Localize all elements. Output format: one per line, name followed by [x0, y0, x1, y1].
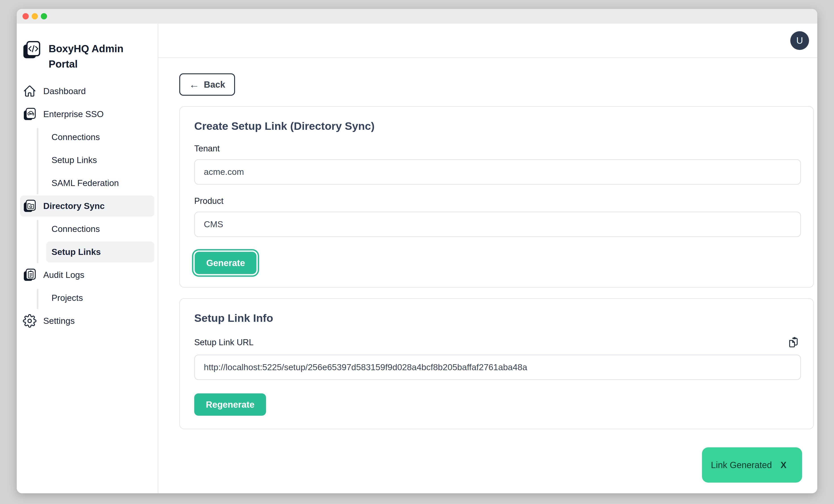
sidebar: BoxyHQ Admin Portal Dashboard — [17, 24, 158, 493]
product-input[interactable] — [194, 212, 801, 237]
sidebar-item-audit-logs[interactable]: Audit Logs — [20, 264, 154, 285]
sidebar-item-sso-setup-links[interactable]: Setup Links — [46, 150, 154, 171]
home-icon — [23, 84, 37, 98]
sidebar-item-label: Settings — [43, 316, 75, 326]
sidebar-item-label: Audit Logs — [43, 270, 84, 280]
sidebar-nav: Dashboard — [20, 81, 154, 333]
setup-link-url-input[interactable] — [194, 355, 801, 380]
directory-sync-subgroup: Connections Setup Links — [37, 219, 154, 264]
sidebar-item-settings[interactable]: Settings — [20, 310, 154, 331]
brand-name: BoxyHQ Admin Portal — [49, 41, 129, 72]
sidebar-item-label: Directory Sync — [43, 201, 105, 211]
top-header: U — [158, 24, 817, 58]
audit-logs-keycap-icon — [23, 268, 37, 282]
sidebar-item-saml-federation[interactable]: SAML Federation — [46, 173, 154, 194]
sidebar-item-dsync-setup-links[interactable]: Setup Links — [46, 242, 154, 262]
setup-link-info-card: Setup Link Info Setup Link URL — [179, 298, 814, 429]
regenerate-button[interactable]: Regenerate — [194, 393, 266, 416]
tenant-input[interactable] — [194, 159, 801, 185]
avatar[interactable]: U — [790, 31, 809, 50]
generate-button[interactable]: Generate — [195, 252, 257, 274]
window-close-icon[interactable] — [23, 13, 29, 19]
window-titlebar — [17, 9, 817, 24]
gear-icon — [23, 314, 37, 328]
back-arrow-icon: ← — [189, 80, 199, 90]
sidebar-item-projects[interactable]: Projects — [46, 287, 154, 308]
app-window: BoxyHQ Admin Portal Dashboard — [17, 9, 817, 493]
enterprise-sso-keycap-icon — [23, 107, 37, 121]
sidebar-item-dashboard[interactable]: Dashboard — [20, 81, 154, 102]
create-setup-link-card: Create Setup Link (Directory Sync) Tenan… — [179, 106, 814, 288]
enterprise-sso-subgroup: Connections Setup Links SAML Federation — [37, 127, 154, 196]
sidebar-item-directory-sync[interactable]: Directory Sync — [20, 196, 154, 217]
boxyhq-logo-icon — [22, 41, 41, 59]
sidebar-item-sso-connections[interactable]: Connections — [46, 127, 154, 148]
directory-sync-keycap-icon — [23, 199, 37, 213]
back-button[interactable]: ← Back — [179, 73, 235, 96]
window-minimize-icon[interactable] — [32, 13, 38, 19]
sidebar-item-label: Enterprise SSO — [43, 109, 104, 119]
toast-link-generated: Link Generated X — [702, 447, 802, 483]
sidebar-item-label: Dashboard — [43, 86, 86, 96]
product-label: Product — [194, 196, 800, 206]
tenant-label: Tenant — [194, 144, 800, 153]
toast-close-button[interactable]: X — [781, 460, 787, 470]
window-maximize-icon[interactable] — [41, 13, 47, 19]
toast-message: Link Generated — [711, 460, 772, 470]
page-content: ← Back Create Setup Link (Directory Sync… — [158, 58, 817, 429]
sidebar-item-dsync-connections[interactable]: Connections — [46, 219, 154, 240]
clipboard-copy-icon[interactable] — [787, 336, 800, 349]
setup-link-url-label: Setup Link URL — [194, 337, 254, 347]
sidebar-item-enterprise-sso[interactable]: Enterprise SSO — [20, 104, 154, 125]
main-area: U ← Back Create Setup Link (Directory Sy… — [158, 24, 817, 493]
card-title: Create Setup Link (Directory Sync) — [194, 120, 800, 132]
card-title: Setup Link Info — [194, 312, 800, 324]
brand: BoxyHQ Admin Portal — [20, 41, 154, 72]
audit-logs-subgroup: Projects — [37, 287, 154, 310]
